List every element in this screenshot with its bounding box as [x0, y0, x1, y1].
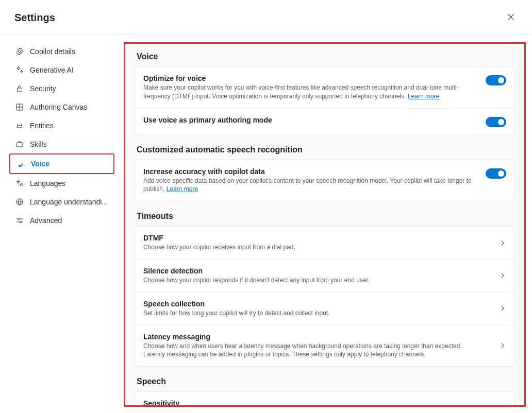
speech-section-title: Speech [137, 377, 515, 386]
accuracy-title: Increase accuracy with copilot data [143, 167, 475, 176]
gear-icon [15, 47, 24, 56]
voice-primary-item: Use voice as primary authoring mode [135, 108, 514, 134]
header: Settings [0, 0, 532, 34]
dtmf-title: DTMF [143, 234, 489, 242]
sidebar-item-label: Copilot details [30, 47, 75, 56]
voice-primary-toggle[interactable] [486, 117, 506, 127]
chevron-right-icon [499, 342, 506, 349]
silence-title: Silence detection [143, 267, 489, 275]
dtmf-desc: Choose how your copilot receives input f… [143, 243, 478, 252]
voice-card: Optimize for voice Make sure your copilo… [135, 66, 515, 135]
sidebar-item-label: Language understandi... [30, 198, 108, 206]
dtmf-item[interactable]: DTMF Choose how your copilot receives in… [135, 227, 514, 259]
sidebar-item-label: Entities [30, 122, 54, 130]
entities-icon [15, 122, 24, 130]
latency-messaging-item[interactable]: Latency messaging Choose how and when us… [135, 325, 514, 367]
asr-section-title: Customized automatic speech recognition [137, 145, 515, 154]
sidebar-item-label: Skills [30, 140, 47, 148]
speech-collection-item[interactable]: Speech collection Set limits for how lon… [135, 292, 514, 325]
sidebar-item-label: Security [30, 84, 56, 93]
asr-card: Increase accuracy with copilot data Add … [135, 160, 515, 202]
sidebar-item-generative-ai[interactable]: Generative AI [9, 61, 114, 79]
sparkle-icon [15, 66, 24, 74]
close-icon [507, 13, 514, 22]
learn-more-link[interactable]: Learn more [408, 93, 439, 100]
silence-desc: Choose how your copilot responds if it d… [143, 276, 478, 285]
sidebar-item-label: Advanced [30, 216, 62, 225]
speech-collection-title: Speech collection [143, 300, 489, 308]
canvas-icon [15, 103, 24, 111]
timeouts-section-title: Timeouts [137, 212, 515, 221]
sidebar-item-label: Generative AI [30, 66, 74, 74]
learn-more-link[interactable]: Learn more [167, 185, 198, 193]
optimize-for-voice-item: Optimize for voice Make sure your copilo… [135, 67, 514, 108]
speech-collection-desc: Set limits for how long your copilot wil… [143, 309, 478, 318]
sidebar-item-label: Voice [31, 160, 49, 168]
accuracy-item: Increase accuracy with copilot data Add … [135, 160, 514, 201]
chevron-right-icon [499, 272, 506, 279]
sidebar-item-label: Languages [30, 179, 65, 187]
voice-primary-title: Use voice as primary authoring mode [143, 116, 475, 124]
optimize-for-voice-desc: Make sure your copilot works for you wit… [143, 83, 475, 101]
settings-content: Voice Optimize for voice Make sure your … [124, 42, 526, 407]
sidebar-item-copilot-details[interactable]: Copilot details [9, 42, 114, 61]
voice-section-title: Voice [137, 52, 515, 61]
speech-card: Sensitivity Controls the level of sensit… [135, 391, 515, 407]
accuracy-desc: Add voice-specific data based on your co… [143, 177, 475, 194]
sidebar-item-entities[interactable]: Entities [9, 116, 114, 135]
sidebar-item-languages[interactable]: Languages [9, 174, 114, 193]
sidebar-item-label: Authoring Canvas [30, 103, 87, 111]
timeouts-card: DTMF Choose how your copilot receives in… [135, 226, 515, 367]
lock-icon [15, 84, 24, 93]
sidebar-item-skills[interactable]: Skills [9, 135, 114, 153]
accuracy-toggle[interactable] [486, 168, 506, 179]
chevron-right-icon [499, 405, 506, 407]
globe-icon [15, 198, 24, 206]
sliders-icon [15, 216, 24, 225]
silence-detection-item[interactable]: Silence detection Choose how your copilo… [135, 259, 514, 292]
voice-icon [16, 160, 25, 168]
page-title: Settings [14, 12, 55, 24]
sidebar-item-advanced[interactable]: Advanced [9, 211, 114, 230]
sidebar-item-security[interactable]: Security [9, 79, 114, 98]
sensitivity-title: Sensitivity [143, 399, 489, 407]
sensitivity-item[interactable]: Sensitivity Controls the level of sensit… [135, 392, 514, 407]
optimize-for-voice-title: Optimize for voice [143, 74, 475, 82]
sidebar-item-authoring-canvas[interactable]: Authoring Canvas [9, 98, 114, 116]
chevron-right-icon [499, 239, 506, 247]
settings-sidebar: Copilot details Generative AI Security A… [0, 34, 124, 413]
sidebar-item-voice[interactable]: Voice [9, 153, 114, 174]
latency-title: Latency messaging [143, 333, 489, 341]
close-button[interactable] [504, 10, 518, 25]
chevron-right-icon [499, 305, 506, 312]
optimize-for-voice-toggle[interactable] [486, 75, 506, 85]
latency-desc: Choose how and when users hear a latency… [143, 342, 478, 359]
sidebar-item-language-understanding[interactable]: Language understandi... [9, 193, 114, 211]
languages-icon [15, 179, 24, 187]
skills-icon [15, 140, 24, 148]
